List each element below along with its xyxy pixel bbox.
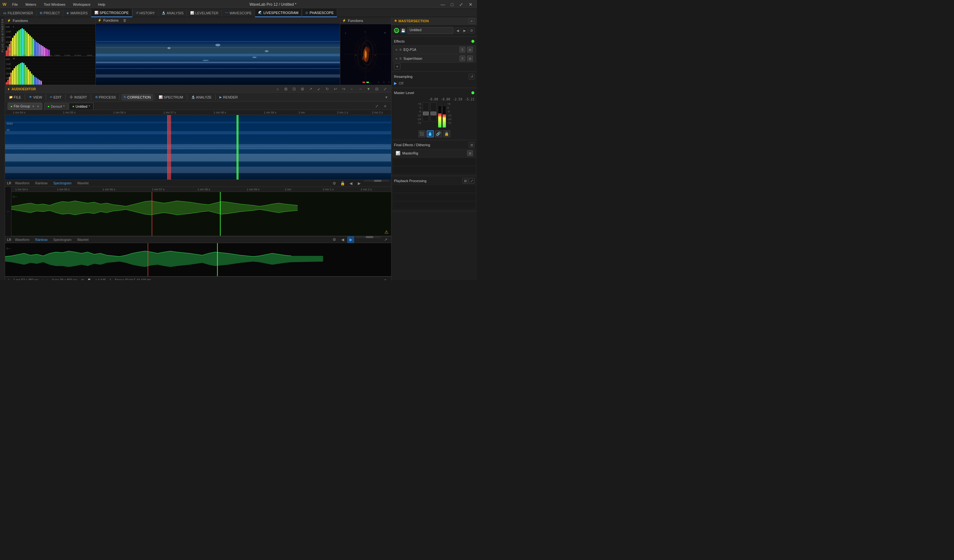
view-tab-rainbow2[interactable]: Rainbow — [33, 238, 50, 242]
view-tab-waveform2[interactable]: Waveform — [13, 238, 31, 242]
svg-rect-73 — [9, 76, 10, 84]
meter-link-btn[interactable]: 🔗 — [435, 130, 442, 137]
tab-history[interactable]: ↺ HISTORY — [132, 9, 159, 17]
master-collapse-btn[interactable]: ≡ — [469, 18, 474, 24]
preset-dropdown[interactable]: Untitled — [407, 27, 454, 34]
expand-track[interactable]: ⤢ — [373, 103, 380, 110]
view-tab-wavelet2[interactable]: Wavelet — [75, 238, 90, 242]
content-area: ⚡ Functions — [5, 17, 391, 280]
nav-copy[interactable]: ⊞ — [299, 86, 306, 92]
nav-crop[interactable]: ⊡ — [291, 86, 298, 92]
tab-livespectrogram[interactable]: 🌊 LIVESPECTROGRAM — [255, 9, 302, 17]
tb-file[interactable]: 📁 FILE — [6, 94, 23, 101]
fader-right[interactable] — [430, 102, 436, 121]
level-val-3: -2.59 — [453, 98, 462, 101]
meter-reset-btn[interactable]: ⬛ — [418, 130, 426, 137]
tab-levelmeter[interactable]: 📊 LEVELMETER — [187, 9, 222, 17]
preset-settings-btn[interactable]: ⚙ — [469, 28, 474, 33]
resampling-settings-btn[interactable]: ↺ — [469, 74, 474, 79]
minimize-button[interactable]: — — [439, 1, 447, 8]
playback-expand-btn[interactable]: ⤢ — [469, 178, 474, 184]
tb-process[interactable]: ⚙ PROCESS — [92, 94, 118, 101]
effect-sv-bypass[interactable]: S — [460, 56, 465, 61]
nav-panels[interactable]: ⊟ — [373, 86, 380, 92]
status-star-btn[interactable]: ★ — [382, 277, 388, 280]
tb-insert[interactable]: ➕ INSERT — [67, 94, 89, 101]
tab-phasescope[interactable]: ◎ PHASESCOPE — [302, 9, 337, 17]
nav-import[interactable]: ↙ — [315, 86, 323, 92]
view-tab-spectrogram1[interactable]: Spectrogram — [51, 181, 73, 185]
track-menu[interactable]: ≡ — [382, 103, 388, 110]
nav-refresh[interactable]: ↻ — [324, 86, 331, 92]
track-nav-prev2[interactable]: ◀ — [339, 236, 346, 243]
nav-expand[interactable]: ⤢ — [382, 86, 388, 92]
track-settings-btn2[interactable]: ⚙ — [331, 236, 338, 243]
effect-eq-bypass[interactable]: S — [460, 47, 465, 53]
master-power-btn[interactable]: ⏻ — [394, 28, 399, 33]
view-tab-spectrogram2[interactable]: Spectrogram — [51, 238, 73, 242]
view-tab-wavelet1[interactable]: Wavelet — [75, 181, 90, 185]
preset-left-btn[interactable]: ◀ — [455, 28, 460, 33]
meter-lock-btn[interactable]: 🔒 — [443, 130, 450, 137]
track-scrollbar1[interactable] — [364, 180, 389, 182]
final-effects-add-btn[interactable]: ⊞ — [469, 142, 474, 148]
effect-eq-settings[interactable]: ⊞ — [467, 47, 473, 53]
tb-edit[interactable]: ✏ EDIT — [47, 94, 64, 101]
nav-forward[interactable]: → — [357, 86, 364, 92]
nav-redo[interactable]: ↪ — [340, 86, 347, 92]
tab-project[interactable]: ⊞ PROJECT — [37, 9, 63, 17]
track-nav-next2[interactable]: ▶ — [347, 236, 354, 243]
toolbar-chevron[interactable]: ▾ — [383, 94, 390, 101]
tab-wavescope[interactable]: 〰 WAVESCOPE — [222, 9, 256, 17]
nav-settings[interactable]: ▼ — [365, 86, 372, 92]
final-effect-settings[interactable]: ⊞ — [467, 150, 473, 156]
track-scrollbar2[interactable] — [355, 236, 381, 238]
tab-filebrowser[interactable]: 🗂 FILEBROWSER — [0, 9, 37, 17]
nav-grid[interactable]: ⊞ — [282, 86, 289, 92]
track-nav-btn1[interactable]: ◀ — [347, 180, 354, 187]
menu-meters[interactable]: Meters — [23, 2, 38, 7]
tab-analysis[interactable]: 🔬 ANALYSIS — [158, 9, 187, 17]
spectrogram-delete-icon[interactable]: 🗑 — [123, 19, 126, 22]
sv-drag-handle[interactable]: ≡ — [396, 57, 398, 61]
svg-rect-23 — [26, 33, 28, 56]
menu-workspace[interactable]: Workspace — [71, 2, 92, 7]
view-tab-rainbow1[interactable]: Rainbow — [33, 181, 50, 185]
preset-right-btn[interactable]: ▶ — [462, 28, 468, 33]
fader-left[interactable] — [422, 102, 429, 121]
close-button[interactable]: ✕ — [467, 1, 474, 8]
tb-spectrum[interactable]: 📊 SPECTRUM — [156, 94, 186, 101]
fader-thumb-right[interactable] — [430, 112, 436, 115]
menu-file[interactable]: File — [10, 2, 20, 7]
playback-settings-btn[interactable]: ⊠ — [462, 178, 468, 184]
add-effect-btn[interactable]: + — [394, 63, 401, 70]
track-nav-btn2[interactable]: ▶ — [355, 180, 363, 187]
nav-export[interactable]: ↗ — [307, 86, 314, 92]
meter-hold-btn[interactable]: 💧 — [427, 130, 434, 137]
maximize-button[interactable]: ⤢ — [457, 1, 465, 8]
share-btn[interactable]: ↗ — [382, 236, 389, 243]
file-group-add[interactable]: + — [31, 104, 35, 109]
tb-render[interactable]: ▶ RENDER — [217, 94, 240, 101]
nav-undo[interactable]: ↩ — [332, 86, 339, 92]
tab-spectroscope[interactable]: 📊 SPECTROSCOPE — [91, 9, 132, 17]
eq-drag-handle[interactable]: ≡ — [396, 48, 398, 51]
track-lock-btn1[interactable]: 🔒 — [339, 180, 346, 187]
effect-sv-settings[interactable]: ⊞ — [467, 56, 473, 61]
tb-correction[interactable]: ↻ CORRECTION — [121, 94, 153, 101]
file-tab-demo4[interactable]: ● Demo4 * — [44, 103, 69, 110]
file-tab-untitled[interactable]: ● Untitled * — [69, 103, 94, 110]
fader-thumb-left[interactable] — [423, 112, 429, 115]
file-group-menu[interactable]: ▾ — [37, 104, 39, 108]
tb-view[interactable]: 👁 VIEW — [26, 94, 45, 101]
nav-back[interactable]: ← — [349, 86, 355, 92]
view-tab-waveform1[interactable]: Waveform — [13, 181, 31, 185]
menu-tool-windows[interactable]: Tool Windows — [42, 2, 67, 7]
nav-home[interactable]: ⌂ — [274, 86, 281, 92]
restore-button[interactable]: □ — [449, 1, 455, 8]
menu-help[interactable]: Help — [96, 2, 107, 7]
tab-markers[interactable]: ◈ MARKERS — [63, 9, 91, 17]
tb-analyze[interactable]: 🔬 ANALYZE — [189, 94, 214, 101]
track-settings-btn1[interactable]: ⚙ — [331, 180, 338, 187]
master-save-btn[interactable]: 💾 — [401, 28, 406, 33]
